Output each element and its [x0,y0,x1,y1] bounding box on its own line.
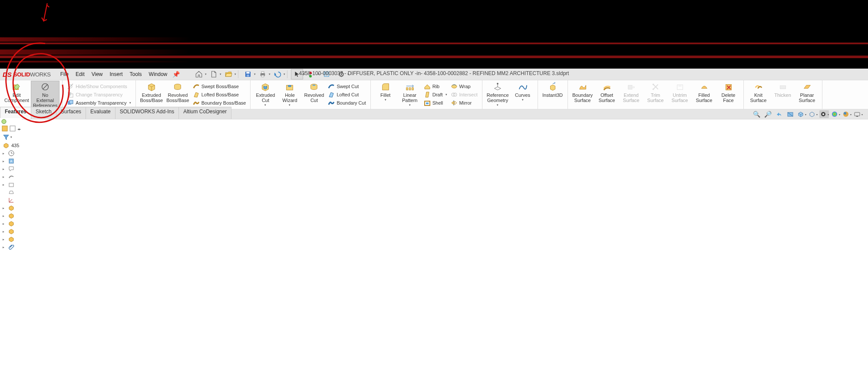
tree-filter-button[interactable]: ▾ [0,133,22,142]
feature-tree-tab-icon[interactable] [2,125,8,133]
lofted-boss-button[interactable]: Lofted Boss/Base [193,91,246,98]
extruded-cut-button[interactable]: Extruded Cut▾ [253,81,277,108]
tree-annotations-node[interactable]: ▸ [3,165,22,173]
hide-show-items-icon[interactable]: ▾ [819,110,829,118]
boundary-boss-button[interactable]: Boundary Boss/Base [193,99,246,106]
tree-history-node[interactable]: ▸ [3,149,22,157]
tree-feature-4[interactable]: ▸ [3,227,22,235]
rebuild-button[interactable]: ▾ [306,69,318,79]
revolved-cut-button[interactable]: Revolved Cut [302,81,326,108]
home-button[interactable]: ▾ [193,69,205,79]
tree-feature-2[interactable]: ▸ [3,212,22,220]
view-settings-icon[interactable]: ▾ [853,110,863,118]
svg-rect-30 [628,85,632,89]
extruded-boss-button[interactable]: Extruded Boss/Base [139,81,165,108]
instant3d-button[interactable]: Instant3D [541,81,565,108]
tree-sensors-node[interactable]: ▸A [3,157,22,165]
tab-sketch[interactable]: Sketch [31,107,56,119]
print-button[interactable]: ▾ [257,69,269,79]
select-button[interactable]: ▾ [291,69,303,79]
offset-surface-button[interactable]: Offset Surface [595,81,619,108]
settings-button[interactable]: ⚙▾ [335,69,347,79]
tree-config-icon[interactable] [1,119,7,124]
menu-view[interactable]: View [88,69,106,79]
options-button[interactable] [320,69,333,79]
hole-wizard-button[interactable]: Hole Wizard▾ [277,81,302,108]
pin-icon[interactable]: 📌 [172,71,180,78]
wrap-button[interactable]: Wrap [451,83,478,90]
tree-material-node[interactable] [3,188,22,196]
save-button[interactable]: ▾ [242,69,254,79]
zoom-area-icon[interactable]: 🔎 [763,110,772,118]
reference-geometry-button[interactable]: Reference Geometry▾ [485,81,511,108]
no-external-references-button[interactable]: No External References [31,81,59,109]
tab-surfaces[interactable]: Surfaces [56,107,86,119]
thicken-button[interactable]: Thicken [771,81,795,108]
tree-attachment-node[interactable]: ▸ [3,243,22,251]
svg-rect-22 [409,88,411,90]
shell-button[interactable]: Shell [424,99,447,106]
intersect-button[interactable]: Intersect [451,91,478,98]
mirror-icon [451,99,458,106]
tree-root-node[interactable]: 435 [3,142,22,149]
tree-feature-5[interactable]: ▸ [3,235,22,243]
svg-rect-45 [2,126,7,131]
open-button[interactable]: ▾ [222,69,234,79]
svg-rect-25 [426,102,429,104]
menu-file[interactable]: File [57,69,72,79]
wrap-icon [451,83,458,90]
filled-surface-button[interactable]: Filled Surface [692,81,716,108]
tab-solidworks-addins[interactable]: SOLIDWORKS Add-Ins [115,107,179,119]
svg-rect-21 [406,88,408,90]
delete-face-button[interactable]: Delete Face [716,81,741,108]
section-view-icon[interactable] [785,110,795,118]
undo-button[interactable]: ▾ [271,69,284,79]
swept-boss-button[interactable]: Swept Boss/Base [193,83,246,90]
planar-surface-button[interactable]: Planar Surface [795,81,819,108]
tab-evaluate[interactable]: Evaluate [86,107,116,119]
trim-surface-button[interactable]: Trim Surface [644,81,668,108]
previous-view-icon[interactable] [774,110,784,118]
menu-edit[interactable]: Edit [72,69,88,79]
linear-pattern-button[interactable]: Linear Pattern▾ [398,81,422,108]
assembly-transparency-button[interactable]: Assembly Transparency▾ [67,99,131,106]
display-style-icon[interactable]: ▾ [808,110,818,118]
edit-component-button[interactable]: Edit Component [3,81,31,108]
fillet-button[interactable]: Fillet▾ [373,81,398,108]
tree-solid-bodies-node[interactable]: ▸ [3,181,22,188]
mirror-button[interactable]: Mirror [451,99,478,106]
menu-tools[interactable]: Tools [126,69,145,79]
tree-origin-node[interactable] [3,196,22,204]
hide-show-components-button[interactable]: Hide/Show Components [67,83,131,90]
svg-point-39 [832,112,837,117]
tree-surface-bodies-node[interactable]: ▸ [3,173,22,181]
edit-appearance-icon[interactable]: ▾ [831,110,840,118]
lofted-cut-button[interactable]: Lofted Cut [328,91,366,98]
menu-insert[interactable]: Insert [106,69,126,79]
tab-altium-codesigner[interactable]: Altium CoDesigner [178,107,231,119]
tree-feature-1[interactable]: ▸ [3,204,22,212]
boundary-cut-button[interactable]: Boundary Cut [328,99,366,106]
zoom-fit-icon[interactable]: 🔍 [752,110,761,118]
change-transparency-button[interactable]: Change Transparency [67,91,131,98]
view-orientation-icon[interactable]: ▾ [797,110,806,118]
apply-scene-icon[interactable]: ▾ [842,110,851,118]
menu-window[interactable]: Window [145,69,171,79]
revolved-boss-button[interactable]: Revolved Boss/Base [165,81,191,108]
knit-surface-button[interactable]: Knit Surface [746,81,771,108]
untrim-surface-button[interactable]: Untrim Surface [668,81,692,108]
shell-icon [424,99,431,106]
swept-cut-button[interactable]: Swept Cut [328,83,366,90]
gear-icon: ⚙ [337,70,345,78]
svg-rect-2 [247,75,249,77]
rib-button[interactable]: Rib [424,83,447,90]
new-button[interactable]: ▾ [208,69,220,79]
tab-features[interactable]: Features [0,107,31,119]
boundary-surface-button[interactable]: Boundary Surface [571,81,595,108]
property-tab-icon[interactable] [10,125,16,133]
curves-button[interactable]: Curves▾ [511,81,535,108]
extend-surface-button[interactable]: Extend Surface [619,81,644,108]
screen-black-strip [0,0,868,69]
draft-button[interactable]: Draft▾ [424,91,447,98]
tree-feature-3[interactable]: ▸ [3,220,22,227]
